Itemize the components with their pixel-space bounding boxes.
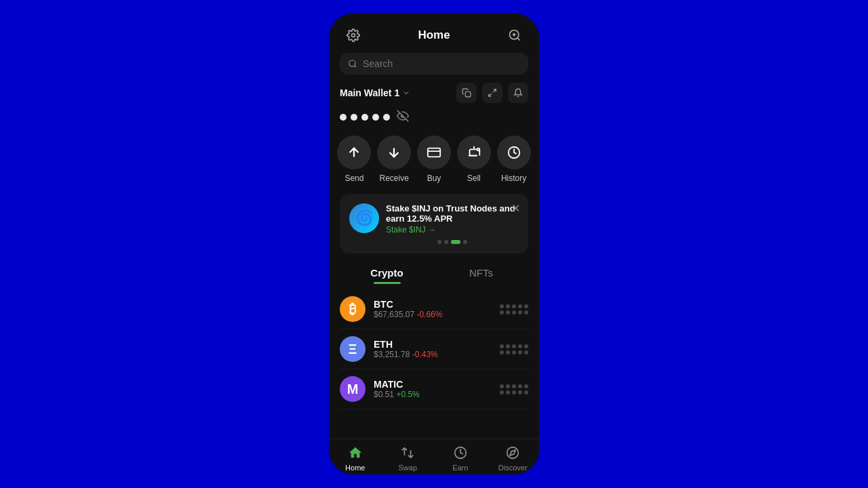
balance-dot-3 <box>361 114 368 121</box>
matic-name: MATIC <box>374 379 500 390</box>
balance-dot-5 <box>383 114 390 121</box>
history-label: History <box>501 174 526 183</box>
wallet-name-label: Main Wallet 1 <box>340 87 399 98</box>
banner-dot-1 <box>437 240 441 244</box>
tab-crypto[interactable]: Crypto <box>340 262 434 284</box>
eth-info: ETH $3,251.78 -0.43% <box>374 339 500 359</box>
eth-price: $3,251.78 -0.43% <box>374 350 500 359</box>
sell-icon-circle <box>457 136 491 169</box>
balance-dot-2 <box>351 114 357 121</box>
settings-icon[interactable] <box>342 24 364 46</box>
receive-icon-circle <box>377 136 411 169</box>
nav-discover-label: Discover <box>498 464 528 472</box>
nav-home-label: Home <box>345 464 365 472</box>
banner-content: Stake $INJ on Trust Nodes and earn 12.5%… <box>386 203 519 244</box>
banner-indicators <box>386 240 519 244</box>
search-input[interactable] <box>363 58 520 69</box>
btc-info: BTC $67,635.07 -0.66% <box>374 299 500 319</box>
banner-logo: 🌀 <box>349 203 379 233</box>
matic-info: MATIC $0.51 +0.5% <box>374 379 500 399</box>
action-buttons: Send Receive Buy <box>329 136 539 194</box>
balance-dot-1 <box>340 114 347 121</box>
svg-rect-3 <box>465 92 471 97</box>
btc-change: -0.66% <box>416 310 442 319</box>
crypto-item-eth[interactable]: Ξ ETH $3,251.78 -0.43% <box>340 329 528 369</box>
svg-point-2 <box>349 60 355 66</box>
page-title: Home <box>418 28 450 42</box>
wallet-row: Main Wallet 1 <box>329 83 539 110</box>
history-button[interactable]: History <box>497 136 531 183</box>
notifications-button[interactable] <box>508 83 528 103</box>
send-label: Send <box>344 174 363 183</box>
buy-icon-circle <box>417 136 451 169</box>
bottom-nav: Home Swap Earn <box>329 439 539 474</box>
buy-label: Buy <box>427 174 441 183</box>
send-button[interactable]: Send <box>337 136 371 183</box>
buy-button[interactable]: Buy <box>417 136 451 183</box>
eth-balance-dots <box>500 344 528 354</box>
eth-name: ETH <box>374 339 500 350</box>
banner-title: Stake $INJ on Trust Nodes and earn 12.5%… <box>386 203 519 224</box>
matic-price: $0.51 +0.5% <box>374 390 500 399</box>
sell-button[interactable]: Sell <box>457 136 491 183</box>
matic-change: +0.5% <box>396 390 419 399</box>
matic-balance-dots <box>500 384 528 394</box>
banner-dot-2 <box>444 240 448 244</box>
btc-balance-dots <box>500 304 528 314</box>
crypto-item-matic[interactable]: M MATIC $0.51 +0.5% <box>340 369 528 409</box>
banner-close-button[interactable]: ✕ <box>511 202 520 215</box>
nav-earn-label: Earn <box>452 464 468 472</box>
crypto-list: ₿ BTC $67,635.07 -0.66% Ξ ETH <box>329 289 539 439</box>
nav-home[interactable]: Home <box>329 445 382 472</box>
nav-earn[interactable]: Earn <box>434 445 487 472</box>
svg-line-4 <box>493 89 496 92</box>
wallet-selector[interactable]: Main Wallet 1 <box>340 87 410 98</box>
tab-nfts[interactable]: NFTs <box>434 262 528 284</box>
scan-icon[interactable] <box>504 24 526 46</box>
matic-logo: M <box>340 376 366 402</box>
balance-row <box>329 110 539 136</box>
btc-price: $67,635.07 -0.66% <box>374 310 500 319</box>
home-icon <box>347 445 363 461</box>
nav-swap[interactable]: Swap <box>382 445 435 472</box>
svg-rect-9 <box>428 148 440 157</box>
sell-label: Sell <box>467 174 481 183</box>
asset-tabs: Crypto NFTs <box>329 262 539 284</box>
header: Home <box>329 14 539 53</box>
expand-button[interactable] <box>482 83 502 103</box>
btc-logo: ₿ <box>340 296 366 322</box>
discover-icon <box>505 445 521 461</box>
stake-link[interactable]: Stake $INJ → <box>386 225 519 235</box>
eth-logo: Ξ <box>340 336 366 362</box>
staking-banner: 🌀 Stake $INJ on Trust Nodes and earn 12.… <box>340 194 528 253</box>
hide-balance-icon[interactable] <box>397 110 409 125</box>
svg-point-0 <box>352 34 355 37</box>
chevron-down-icon <box>402 89 410 97</box>
svg-marker-16 <box>510 450 515 455</box>
eth-change: -0.43% <box>412 350 438 359</box>
wallet-action-buttons <box>456 83 528 103</box>
history-icon-circle <box>497 136 531 169</box>
phone-app: Home Main Wallet 1 <box>329 14 539 474</box>
svg-line-5 <box>489 94 492 96</box>
nav-swap-label: Swap <box>398 464 417 472</box>
swap-icon <box>399 445 416 461</box>
receive-label: Receive <box>380 174 409 183</box>
receive-button[interactable]: Receive <box>377 136 411 183</box>
svg-point-12 <box>477 148 479 151</box>
crypto-item-btc[interactable]: ₿ BTC $67,635.07 -0.66% <box>340 289 528 329</box>
banner-dot-3 <box>451 240 460 244</box>
svg-point-15 <box>507 447 519 459</box>
search-bar <box>340 53 528 75</box>
nav-discover[interactable]: Discover <box>487 445 540 472</box>
copy-address-button[interactable] <box>456 83 477 103</box>
btc-name: BTC <box>374 299 500 310</box>
balance-dot-4 <box>372 114 379 121</box>
earn-icon <box>452 445 469 461</box>
banner-dot-4 <box>463 240 467 244</box>
search-icon <box>348 59 357 68</box>
send-icon-circle <box>337 136 371 169</box>
